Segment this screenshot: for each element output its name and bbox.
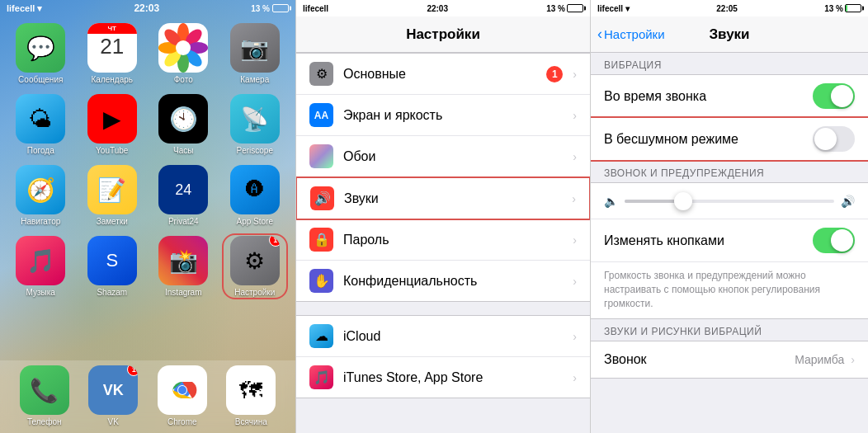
ringtone-section: 🔈 🔊 Изменять кнопками Громкость звонка и… — [591, 182, 868, 319]
app-periscope[interactable]: 📡 Periscope — [224, 94, 286, 155]
app-messages[interactable]: 💬 Сообщения — [10, 23, 72, 84]
music-icon: 🎵 — [16, 236, 65, 285]
privacy-label: Конфиденциальность — [343, 274, 569, 289]
zvuki-label: Звуки — [344, 191, 568, 206]
cal-header: ЧТ — [87, 23, 137, 34]
icloud-icon: ☁ — [309, 324, 333, 348]
app-privat[interactable]: 24 Privat24 — [153, 165, 215, 226]
s2-time: 22:03 — [427, 4, 448, 13]
periscope-icon: 📡 — [230, 94, 280, 144]
change-with-buttons-toggle[interactable] — [813, 228, 855, 253]
settings-row-wallpaper[interactable]: Обои › — [296, 136, 590, 177]
s3-time: 22:05 — [716, 4, 738, 13]
app-weather[interactable]: 🌤 Погода — [10, 94, 72, 155]
zvuki-chevron: › — [572, 192, 576, 205]
dock-chrome[interactable]: Chrome — [158, 365, 207, 426]
calendar-icon: ЧТ 21 — [87, 23, 137, 73]
weather-icon: 🌤 — [16, 94, 65, 144]
change-with-buttons-row[interactable]: Изменять кнопками — [591, 219, 868, 262]
status-left: lifecell ▾ — [7, 3, 42, 14]
sounds-section: Звонок Маримба › — [591, 341, 868, 379]
notes-icon: 📝 — [87, 165, 137, 214]
sound-settings-screen: lifecell ▾ 22:05 13 % ‹ Настройки Звуки … — [591, 0, 868, 433]
change-with-buttons-info: Громкость звонка и предупреждений можно … — [591, 262, 868, 318]
app-appstore[interactable]: 🅐 App Store — [224, 165, 286, 226]
vibration-during-call-toggle[interactable] — [813, 83, 855, 109]
volume-slider-row[interactable]: 🔈 🔊 — [591, 183, 868, 219]
app-shazam[interactable]: S Shazam — [82, 236, 144, 297]
vibration-section: Во время звонка В бесшумном режиме — [591, 74, 868, 161]
s2-carrier: lifecell — [303, 4, 328, 13]
status-bar-home: lifecell ▾ 22:03 13 % — [0, 0, 295, 16]
settings-row-password[interactable]: 🔒 Пароль › — [296, 219, 590, 261]
vk-label: VK — [108, 417, 119, 426]
privat-icon: 24 — [158, 165, 208, 214]
app-instagram[interactable]: 📸 Instagram — [153, 236, 215, 297]
app-grid: 💬 Сообщения ЧТ 21 Календарь — [0, 16, 295, 304]
app-notes[interactable]: 📝 Заметки — [82, 165, 144, 226]
change-with-buttons-label: Изменять кнопками — [604, 233, 813, 248]
volume-slider-track[interactable] — [625, 200, 834, 203]
password-icon: 🔒 — [309, 228, 333, 252]
wallpaper-chevron: › — [573, 150, 577, 163]
sound-nav-title: Звуки — [709, 26, 749, 43]
app-clock[interactable]: 🕙 Часы — [153, 94, 215, 155]
dock-phone[interactable]: 📞 Телефон — [20, 365, 69, 426]
volume-slider-thumb[interactable] — [674, 192, 692, 210]
osnov-label: Основные — [343, 67, 546, 82]
carrier-text: lifecell — [7, 3, 35, 13]
maps-icon: 🗺 — [226, 365, 276, 415]
app-calendar[interactable]: ЧТ 21 Календарь — [82, 23, 144, 84]
settings-row-icloud[interactable]: ☁ iCloud › — [296, 316, 590, 357]
battery-icon — [272, 4, 289, 12]
time-display: 22:03 — [134, 2, 159, 14]
zvonok-row[interactable]: Звонок Маримба › — [591, 341, 868, 378]
screen-icon: AA — [309, 103, 333, 127]
dock-vk[interactable]: VK 1 VK — [88, 365, 138, 426]
back-button[interactable]: ‹ Настройки — [597, 26, 665, 43]
privat-label: Privat24 — [168, 217, 199, 226]
s2-battery: 13 % — [546, 4, 583, 13]
screen-label: Экран и яркость — [343, 108, 569, 123]
settings-row-itunes[interactable]: 🎵 iTunes Store, App Store › — [296, 357, 590, 398]
vibration-silent-toggle[interactable] — [813, 126, 855, 152]
home-screen: lifecell ▾ 22:03 13 % 💬 Сообщения ЧТ 21 … — [0, 0, 295, 433]
settings-row-osnov[interactable]: ⚙ Основные 1 › — [296, 54, 590, 95]
settings-row-zvuki[interactable]: 🔊 Звуки › — [295, 176, 591, 220]
icloud-chevron: › — [573, 330, 577, 343]
back-chevron-icon: ‹ — [597, 26, 602, 43]
zvuki-icon: 🔊 — [310, 186, 334, 210]
settings-row-privacy[interactable]: ✋ Конфиденциальность › — [296, 261, 590, 301]
vibration-during-call-row[interactable]: Во время звонка — [591, 75, 868, 118]
clock-label: Часы — [173, 146, 193, 155]
back-label: Настройки — [604, 27, 665, 41]
svg-point-9 — [176, 40, 191, 55]
battery-text: 13 % — [251, 4, 270, 13]
youtube-icon: ▶ — [87, 94, 137, 144]
app-photos[interactable]: Фото — [153, 23, 215, 84]
dock-maps[interactable]: 🗺 Всячина — [226, 365, 276, 426]
vibration-silent-row[interactable]: В бесшумном режиме — [591, 118, 868, 160]
settings-app-icon: ⚙ 1 — [230, 236, 280, 285]
appstore-icon: 🅐 — [230, 165, 280, 214]
messages-icon: 💬 — [16, 23, 65, 73]
itunes-icon: 🎵 — [309, 365, 333, 389]
ringtone-header: ЗВОНОК И ПРЕДУПРЕЖДЕНИЯ — [591, 161, 868, 182]
dock: 📞 Телефон VK 1 VK Chrome — [0, 360, 295, 433]
settings-row-screen[interactable]: AA Экран и яркость › — [296, 95, 590, 136]
phone-label: Телефон — [27, 417, 61, 426]
camera-icon: 📷 — [230, 23, 280, 73]
app-music[interactable]: 🎵 Музыка — [10, 236, 72, 297]
app-youtube[interactable]: ▶ YouTube — [82, 94, 144, 155]
icloud-label: iCloud — [343, 329, 569, 344]
vk-icon: VK 1 — [88, 365, 138, 415]
app-navigator[interactable]: 🧭 Навигатор — [10, 165, 72, 226]
app-settings[interactable]: ⚙ 1 Настройки — [224, 236, 286, 297]
wallpaper-icon — [309, 144, 333, 168]
itunes-chevron: › — [573, 371, 577, 384]
settings-screen: lifecell 22:03 13 % Настройки ⚙ Основные… — [295, 0, 591, 433]
photos-label: Фото — [174, 75, 193, 84]
photos-icon — [158, 23, 208, 73]
app-camera[interactable]: 📷 Камера — [224, 23, 286, 84]
navigator-label: Навигатор — [21, 217, 60, 226]
